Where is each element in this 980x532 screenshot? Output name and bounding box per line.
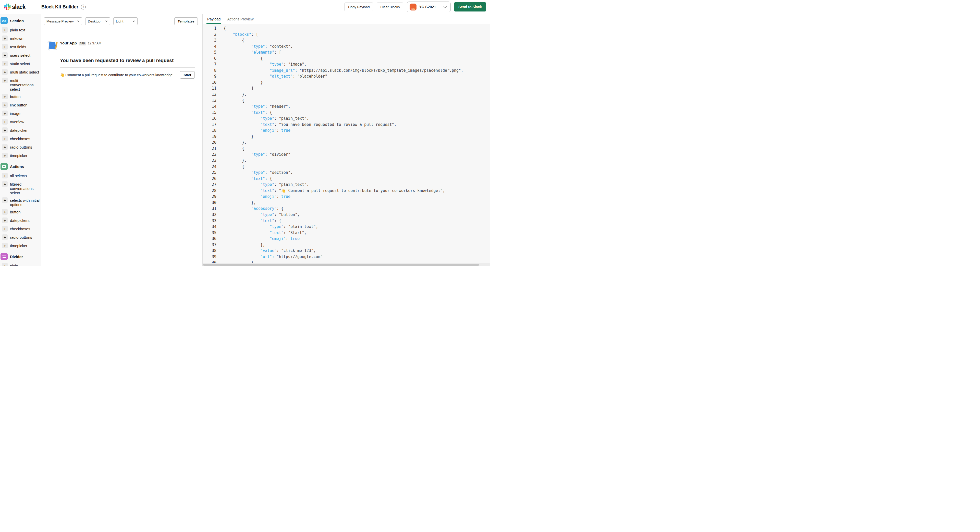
start-button[interactable]: Start (180, 71, 195, 79)
scrollbar-thumb[interactable] (203, 264, 479, 266)
code-text[interactable]: { (220, 164, 244, 170)
sidebar-item-link-button[interactable]: +link button (2, 102, 40, 108)
add-block-plus-icon[interactable]: + (2, 218, 8, 223)
code-text[interactable]: "type": "context", (220, 44, 293, 50)
code-text[interactable]: "type": "header", (220, 104, 290, 110)
code-text[interactable]: ] (220, 86, 253, 92)
code-text[interactable]: }, (220, 242, 265, 248)
sidebar-item-datepickers[interactable]: +datepickers (2, 218, 40, 224)
code-text[interactable]: "elements": [ (220, 49, 281, 56)
code-text[interactable]: "text": { (220, 110, 272, 116)
slack-logo[interactable]: slack (4, 3, 41, 11)
sidebar-item-button[interactable]: +button (2, 94, 40, 100)
sidebar-item-multi-static-select[interactable]: +multi static select (2, 69, 40, 75)
code-text[interactable]: } (220, 80, 263, 86)
code-text[interactable]: }, (220, 140, 247, 146)
add-block-plus-icon[interactable]: + (2, 144, 8, 150)
code-text[interactable]: { (220, 56, 263, 62)
sidebar-item-plain-text[interactable]: +plain text (2, 27, 40, 33)
sidebar-item-datepicker[interactable]: +datepicker (2, 127, 40, 134)
tab-actions-preview[interactable]: Actions Preview (227, 14, 253, 24)
add-block-plus-icon[interactable]: + (2, 127, 8, 133)
code-text[interactable]: }, (220, 200, 256, 206)
add-block-plus-icon[interactable]: + (2, 69, 8, 75)
sidebar-item-radio-buttons[interactable]: +radio buttons (2, 144, 40, 150)
code-text[interactable]: "text": { (220, 176, 272, 182)
code-text[interactable]: { (220, 98, 244, 104)
mode-select[interactable]: Message Preview (44, 18, 82, 25)
code-text[interactable]: "emoji": true (220, 127, 290, 134)
sidebar-item-filtered-conversations-select[interactable]: +filtered conversations select (2, 181, 40, 195)
sidebar-item-selects-with-initial-options[interactable]: +selects with initial options (2, 198, 40, 207)
code-text[interactable]: "image_url": "https://api.slack.com/img/… (220, 68, 463, 74)
templates-button[interactable]: Templates (174, 18, 198, 25)
add-block-plus-icon[interactable]: + (2, 263, 8, 266)
clear-blocks-button[interactable]: Clear Blocks (377, 3, 403, 11)
code-text[interactable]: "text": { (220, 218, 281, 224)
sidebar-item-static-select[interactable]: +static select (2, 61, 40, 67)
add-block-plus-icon[interactable]: + (2, 173, 8, 178)
code-text[interactable]: "accessory": { (220, 206, 283, 212)
code-text[interactable]: "type": "plain_text", (220, 116, 309, 122)
code-text[interactable]: "blocks": [ (220, 32, 258, 38)
workspace-select[interactable]: S21 YC S2021 (407, 2, 451, 12)
code-text[interactable]: { (220, 146, 244, 152)
add-block-plus-icon[interactable]: + (2, 181, 8, 187)
add-block-plus-icon[interactable]: + (2, 94, 8, 99)
add-block-plus-icon[interactable]: + (2, 209, 8, 215)
add-block-plus-icon[interactable]: + (2, 110, 8, 116)
code-text[interactable]: "url": "https://google.com" (220, 254, 323, 260)
code-text[interactable]: "type": "image", (220, 62, 307, 68)
code-text[interactable]: }, (220, 158, 247, 164)
code-text[interactable]: "type": "section", (220, 170, 293, 176)
add-block-plus-icon[interactable]: + (2, 198, 8, 203)
sidebar-item-timepicker[interactable]: +timepicker (2, 153, 40, 159)
code-text[interactable]: } (220, 134, 253, 140)
sidebar-item-radio-buttons[interactable]: +radio buttons (2, 234, 40, 241)
add-block-plus-icon[interactable]: + (2, 53, 8, 58)
code-text[interactable]: "text": "👋 Comment a pull request to con… (220, 188, 445, 194)
code-text[interactable]: "text": "Start", (220, 230, 307, 236)
add-block-plus-icon[interactable]: + (2, 61, 8, 66)
add-block-plus-icon[interactable]: + (2, 153, 8, 158)
copy-payload-button[interactable]: Copy Payload (345, 3, 373, 11)
message-timestamp[interactable]: 12:37 AM (88, 41, 101, 45)
sidebar-item-users-select[interactable]: +users select (2, 53, 40, 59)
sidebar-item-button[interactable]: +button (2, 209, 40, 215)
code-text[interactable]: "alt_text": "placeholder" (220, 73, 327, 80)
code-text[interactable]: "type": "plain_text", (220, 182, 309, 188)
add-block-plus-icon[interactable]: + (2, 44, 8, 49)
sidebar-item-text-fields[interactable]: +text fields (2, 44, 40, 50)
code-text[interactable]: "value": "click_me_123", (220, 248, 316, 254)
code-text[interactable]: { (220, 38, 244, 44)
add-block-plus-icon[interactable]: + (2, 234, 8, 240)
help-icon[interactable]: ? (81, 5, 86, 10)
sidebar-item-all-selects[interactable]: +all selects (2, 173, 40, 179)
send-to-slack-button[interactable]: Send to Slack (454, 2, 486, 11)
code-text[interactable]: }, (220, 92, 247, 98)
theme-select[interactable]: Light (113, 18, 138, 25)
sidebar-item-multi-conversations-select[interactable]: +multi conversations select (2, 78, 40, 91)
code-text[interactable]: "type": "divider" (220, 151, 290, 158)
add-block-plus-icon[interactable]: + (2, 27, 8, 33)
code-text[interactable]: "emoji": true (220, 236, 300, 242)
code-text[interactable]: "emoji": true (220, 194, 290, 200)
sidebar-item-timepicker[interactable]: +timepicker (2, 243, 40, 249)
code-text[interactable]: "text": "You have been requested to revi… (220, 122, 396, 128)
horizontal-scrollbar[interactable] (203, 263, 490, 266)
sidebar-item-mrkdwn[interactable]: +mrkdwn (2, 35, 40, 41)
sidebar-item-image[interactable]: +image (2, 110, 40, 117)
sidebar-item-checkboxes[interactable]: +checkboxes (2, 226, 40, 232)
sidebar-item-overflow[interactable]: +overflow (2, 119, 40, 125)
add-block-plus-icon[interactable]: + (2, 78, 8, 83)
code-text[interactable]: "type": "plain_text", (220, 224, 318, 230)
add-block-plus-icon[interactable]: + (2, 35, 8, 41)
add-block-plus-icon[interactable]: + (2, 226, 8, 231)
sidebar-item-checkboxes[interactable]: +checkboxes (2, 136, 40, 142)
json-editor[interactable]: 1{2 "blocks": [3 {4 "type": "context",5 … (203, 24, 490, 266)
sidebar-item-plain[interactable]: +plain (2, 263, 40, 266)
surface-select[interactable]: Desktop (85, 18, 110, 25)
add-block-plus-icon[interactable]: + (2, 243, 8, 248)
add-block-plus-icon[interactable]: + (2, 119, 8, 124)
code-text[interactable]: "type": "button", (220, 212, 300, 218)
